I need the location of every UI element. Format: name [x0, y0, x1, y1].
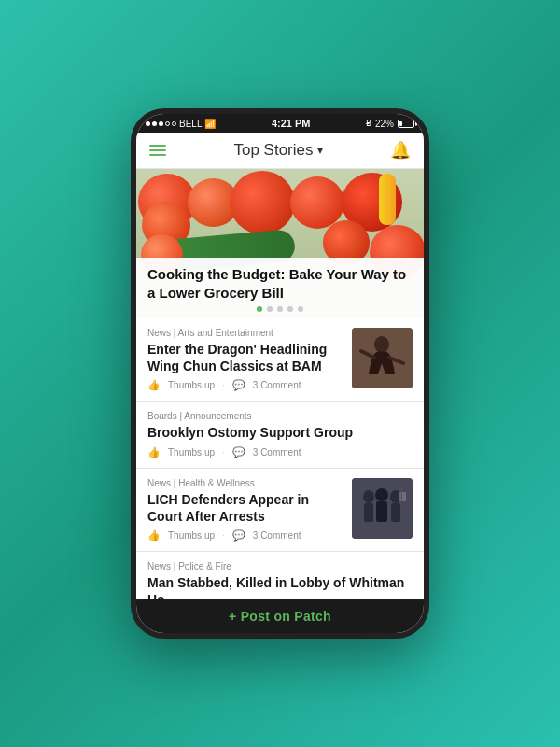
post-on-patch-button[interactable]: + Post on Patch: [229, 609, 331, 624]
svg-point-5: [375, 488, 388, 501]
nav-title-text: Top Stories: [233, 141, 313, 160]
news-item-4-title: Man Stabbed, Killed in Lobby of Whitman …: [147, 574, 413, 599]
comment-count-3: 3 Comment: [253, 530, 301, 541]
carrier-label: BELL: [179, 119, 202, 129]
signal-dots: [146, 121, 176, 126]
tomato-4: [290, 176, 344, 229]
hero-dot-4: [287, 306, 293, 312]
thumbs-up-icon-3: 👍: [147, 529, 161, 542]
signal-dot-5: [172, 121, 176, 126]
battery-percent: 22%: [375, 119, 394, 129]
news-item-2-actions: 👍 Thumbs up · 💬 3 Comment: [147, 446, 413, 458]
status-bar: BELL 📶 4:21 PM Ƀ 22%: [136, 114, 424, 133]
hamburger-line-3: [149, 154, 166, 156]
news-item-2-text: Boards | Announcements Brooklyn Ostomy S…: [147, 411, 413, 458]
bluetooth-icon: Ƀ: [366, 119, 371, 128]
news-item-1-actions: 👍 Thumbs up · 💬 3 Comment: [147, 379, 343, 391]
svg-rect-10: [401, 487, 402, 501]
nav-bar: Top Stories ▾ 🔔: [136, 133, 424, 169]
hamburger-line-1: [149, 145, 166, 147]
hero-dot-2: [267, 306, 273, 312]
hero-title: Cooking the Budget: Bake Your Way to a L…: [147, 265, 413, 302]
comment-count-1: 3 Comment: [253, 380, 301, 390]
svg-point-3: [363, 490, 374, 503]
news-item-3-actions: 👍 Thumbs up · 💬 3 Comment: [147, 529, 343, 542]
news-item-1-title: Enter the Dragon' Headlining Wing Chun C…: [147, 341, 343, 374]
hamburger-line-2: [149, 149, 166, 151]
news-item-1-text: News | Arts and Entertainment Enter the …: [147, 328, 343, 391]
bottom-bar[interactable]: + Post on Patch: [136, 599, 424, 633]
news-item-2-category: Boards | Announcements: [147, 411, 413, 421]
comment-icon-1: 💬: [232, 379, 245, 391]
nav-caret-icon: ▾: [317, 144, 323, 157]
thumbs-up-label-3: Thumbs up: [168, 530, 215, 541]
news-item-2-title: Brooklyn Ostomy Support Group: [147, 424, 413, 441]
corn-1: [379, 174, 396, 225]
news-item-3[interactable]: News | Health & Wellness LICH Defenders …: [136, 469, 424, 552]
news-item-3-title: LICH Defenders Appear in Court After Arr…: [147, 491, 343, 525]
thumbs-up-label-1: Thumbs up: [168, 380, 215, 390]
news-item-1[interactable]: News | Arts and Entertainment Enter the …: [136, 318, 424, 402]
svg-rect-8: [391, 503, 400, 522]
separator-3: ·: [222, 530, 225, 541]
news-item-3-category: News | Health & Wellness: [147, 478, 343, 488]
news-item-4-category: News | Police & Fire: [147, 561, 413, 571]
status-right: Ƀ 22%: [366, 119, 414, 129]
news-item-1-category: News | Arts and Entertainment: [147, 328, 343, 338]
comment-count-2: 3 Comment: [253, 447, 301, 458]
bell-icon-symbol: 🔔: [390, 141, 411, 160]
svg-rect-4: [364, 503, 373, 522]
news-item-3-text: News | Health & Wellness LICH Defenders …: [147, 478, 343, 542]
separator-1: ·: [222, 380, 225, 390]
battery-icon: [398, 120, 414, 128]
news-item-4[interactable]: News | Police & Fire Man Stabbed, Killed…: [136, 552, 424, 599]
svg-rect-6: [376, 501, 387, 522]
signal-dot-3: [159, 121, 163, 126]
comment-icon-2: 💬: [232, 446, 245, 458]
nav-title[interactable]: Top Stories ▾: [233, 141, 322, 160]
svg-point-1: [374, 336, 389, 353]
martial-arts-image: [352, 328, 413, 388]
hero-dot-1: [257, 306, 262, 312]
thumbs-up-icon-1: 👍: [147, 379, 161, 391]
wifi-icon: 📶: [204, 119, 216, 129]
news-item-2[interactable]: Boards | Announcements Brooklyn Ostomy S…: [136, 402, 424, 468]
hero-dot-3: [277, 306, 283, 312]
hamburger-menu-button[interactable]: [149, 145, 166, 156]
status-time: 4:21 PM: [272, 118, 311, 129]
phone-frame: BELL 📶 4:21 PM Ƀ 22% Top Stories ▾ 🔔: [131, 108, 429, 639]
group-photo-image: [352, 478, 413, 539]
news-item-3-thumbnail: [352, 478, 413, 539]
signal-dot-1: [146, 121, 150, 126]
status-left: BELL 📶: [146, 119, 216, 129]
news-item-1-thumbnail: [352, 328, 413, 388]
signal-dot-2: [152, 121, 157, 126]
hero-caption: Cooking the Budget: Bake Your Way to a L…: [136, 258, 424, 318]
battery-fill: [399, 121, 402, 126]
signal-dot-4: [165, 121, 170, 126]
thumbs-up-icon-2: 👍: [147, 446, 161, 458]
hero-pagination-dots: [147, 302, 413, 315]
news-item-4-text: News | Police & Fire Man Stabbed, Killed…: [147, 561, 413, 599]
tomato-3: [230, 171, 295, 234]
news-feed[interactable]: News | Arts and Entertainment Enter the …: [136, 318, 424, 599]
thumbs-up-label-2: Thumbs up: [168, 447, 215, 458]
hero-dot-5: [298, 306, 303, 312]
hero-banner[interactable]: Cooking the Budget: Bake Your Way to a L…: [136, 169, 424, 318]
separator-2: ·: [222, 447, 225, 458]
comment-icon-3: 💬: [232, 529, 245, 542]
notification-bell-button[interactable]: 🔔: [390, 140, 411, 161]
